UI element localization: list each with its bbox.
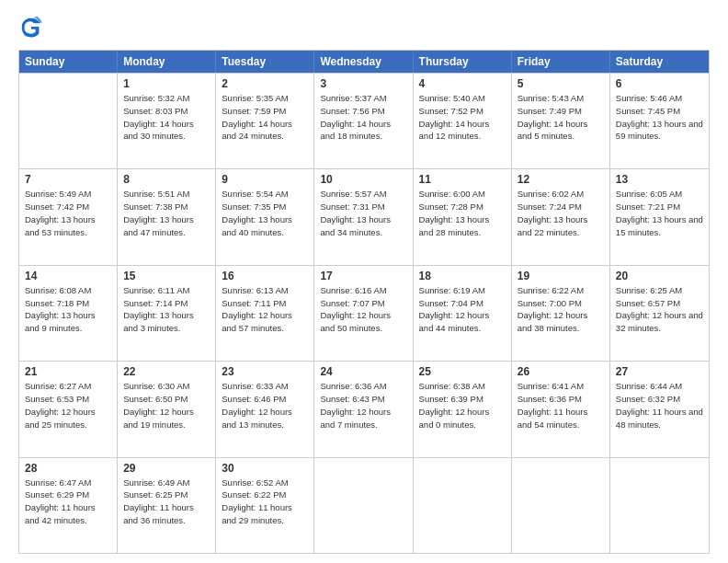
day-info: Sunrise: 6:49 AM Sunset: 6:25 PM Dayligh…: [123, 477, 210, 527]
calendar: SundayMondayTuesdayWednesdayThursdayFrid…: [18, 50, 710, 554]
day-number: 21: [25, 365, 111, 378]
calendar-row-3: 21Sunrise: 6:27 AM Sunset: 6:53 PM Dayli…: [19, 361, 709, 456]
day-number: 15: [123, 270, 210, 282]
calendar-cell-8: 8Sunrise: 5:51 AM Sunset: 7:38 PM Daylig…: [118, 169, 216, 264]
day-info: Sunrise: 5:57 AM Sunset: 7:31 PM Dayligh…: [320, 188, 406, 238]
logo-icon: [18, 15, 44, 40]
calendar-cell-26: 26Sunrise: 6:41 AM Sunset: 6:36 PM Dayli…: [512, 362, 610, 456]
calendar-cell-7: 7Sunrise: 5:49 AM Sunset: 7:42 PM Daylig…: [19, 169, 118, 264]
day-info: Sunrise: 5:32 AM Sunset: 8:03 PM Dayligh…: [123, 92, 210, 143]
day-number: 1: [123, 77, 210, 90]
day-number: 17: [320, 270, 406, 282]
calendar-cell-12: 12Sunrise: 6:02 AM Sunset: 7:24 PM Dayli…: [512, 169, 610, 264]
calendar-cell-14: 14Sunrise: 6:08 AM Sunset: 7:18 PM Dayli…: [19, 266, 118, 361]
header-cell-thursday: Thursday: [414, 51, 512, 73]
day-number: 14: [25, 270, 111, 282]
calendar-cell-15: 15Sunrise: 6:11 AM Sunset: 7:14 PM Dayli…: [118, 266, 216, 361]
day-number: 2: [222, 77, 308, 90]
day-number: 26: [518, 365, 604, 378]
calendar-row-4: 28Sunrise: 6:47 AM Sunset: 6:29 PM Dayli…: [19, 457, 709, 553]
calendar-cell-23: 23Sunrise: 6:33 AM Sunset: 6:46 PM Dayli…: [216, 362, 314, 456]
calendar-cell-6: 6Sunrise: 5:46 AM Sunset: 7:45 PM Daylig…: [610, 74, 709, 168]
day-number: 30: [222, 462, 308, 475]
calendar-cell-22: 22Sunrise: 6:30 AM Sunset: 6:50 PM Dayli…: [118, 362, 216, 456]
calendar-cell-9: 9Sunrise: 5:54 AM Sunset: 7:35 PM Daylig…: [216, 169, 314, 264]
calendar-cell-11: 11Sunrise: 6:00 AM Sunset: 7:28 PM Dayli…: [414, 169, 512, 264]
header-cell-saturday: Saturday: [610, 51, 709, 73]
calendar-row-2: 14Sunrise: 6:08 AM Sunset: 7:18 PM Dayli…: [19, 265, 709, 361]
day-info: Sunrise: 5:35 AM Sunset: 7:59 PM Dayligh…: [222, 92, 308, 143]
header: [18, 15, 710, 40]
day-info: Sunrise: 6:11 AM Sunset: 7:14 PM Dayligh…: [123, 284, 210, 335]
day-info: Sunrise: 6:52 AM Sunset: 6:22 PM Dayligh…: [222, 477, 308, 527]
logo: [18, 15, 48, 40]
day-number: 10: [320, 173, 406, 186]
calendar-cell-27: 27Sunrise: 6:44 AM Sunset: 6:32 PM Dayli…: [610, 362, 709, 456]
day-number: 12: [518, 173, 604, 186]
day-number: 4: [419, 77, 506, 90]
day-number: 5: [518, 77, 604, 90]
day-info: Sunrise: 5:43 AM Sunset: 7:49 PM Dayligh…: [518, 92, 604, 143]
day-number: 20: [616, 270, 703, 282]
day-info: Sunrise: 5:37 AM Sunset: 7:56 PM Dayligh…: [320, 92, 406, 143]
calendar-cell-13: 13Sunrise: 6:05 AM Sunset: 7:21 PM Dayli…: [610, 169, 709, 264]
day-info: Sunrise: 6:00 AM Sunset: 7:28 PM Dayligh…: [419, 188, 506, 238]
day-info: Sunrise: 6:02 AM Sunset: 7:24 PM Dayligh…: [518, 188, 604, 238]
day-info: Sunrise: 5:46 AM Sunset: 7:45 PM Dayligh…: [616, 92, 703, 143]
calendar-header-row: SundayMondayTuesdayWednesdayThursdayFrid…: [19, 51, 709, 73]
calendar-cell-30: 30Sunrise: 6:52 AM Sunset: 6:22 PM Dayli…: [216, 458, 314, 553]
day-number: 8: [123, 173, 210, 186]
calendar-body: 1Sunrise: 5:32 AM Sunset: 8:03 PM Daylig…: [19, 73, 709, 553]
day-info: Sunrise: 6:22 AM Sunset: 7:00 PM Dayligh…: [518, 284, 604, 335]
calendar-cell-empty-4-4: [414, 458, 512, 553]
day-number: 7: [25, 173, 111, 186]
day-number: 9: [222, 173, 308, 186]
day-info: Sunrise: 6:27 AM Sunset: 6:53 PM Dayligh…: [25, 380, 111, 431]
calendar-cell-empty-4-3: [314, 458, 413, 553]
calendar-cell-21: 21Sunrise: 6:27 AM Sunset: 6:53 PM Dayli…: [19, 362, 118, 456]
day-info: Sunrise: 6:36 AM Sunset: 6:43 PM Dayligh…: [320, 380, 406, 431]
day-info: Sunrise: 6:47 AM Sunset: 6:29 PM Dayligh…: [25, 477, 111, 527]
day-number: 27: [616, 365, 703, 378]
day-number: 25: [419, 365, 506, 378]
day-number: 18: [419, 270, 506, 282]
day-number: 11: [419, 173, 506, 186]
calendar-cell-empty-4-5: [512, 458, 610, 553]
day-info: Sunrise: 5:40 AM Sunset: 7:52 PM Dayligh…: [419, 92, 506, 143]
calendar-cell-10: 10Sunrise: 5:57 AM Sunset: 7:31 PM Dayli…: [314, 169, 413, 264]
day-number: 29: [123, 462, 210, 475]
day-info: Sunrise: 6:30 AM Sunset: 6:50 PM Dayligh…: [123, 380, 210, 431]
day-info: Sunrise: 5:51 AM Sunset: 7:38 PM Dayligh…: [123, 188, 210, 238]
day-number: 22: [123, 365, 210, 378]
calendar-cell-2: 2Sunrise: 5:35 AM Sunset: 7:59 PM Daylig…: [216, 74, 314, 168]
calendar-cell-18: 18Sunrise: 6:19 AM Sunset: 7:04 PM Dayli…: [414, 266, 512, 361]
page: SundayMondayTuesdayWednesdayThursdayFrid…: [0, 0, 728, 563]
day-info: Sunrise: 6:33 AM Sunset: 6:46 PM Dayligh…: [222, 380, 308, 431]
day-number: 24: [320, 365, 406, 378]
calendar-cell-3: 3Sunrise: 5:37 AM Sunset: 7:56 PM Daylig…: [314, 74, 413, 168]
calendar-row-1: 7Sunrise: 5:49 AM Sunset: 7:42 PM Daylig…: [19, 168, 709, 264]
calendar-cell-19: 19Sunrise: 6:22 AM Sunset: 7:00 PM Dayli…: [512, 266, 610, 361]
day-info: Sunrise: 6:38 AM Sunset: 6:39 PM Dayligh…: [419, 380, 506, 431]
calendar-cell-5: 5Sunrise: 5:43 AM Sunset: 7:49 PM Daylig…: [512, 74, 610, 168]
day-info: Sunrise: 5:49 AM Sunset: 7:42 PM Dayligh…: [25, 188, 111, 238]
day-number: 16: [222, 270, 308, 282]
calendar-cell-empty-4-6: [610, 458, 709, 553]
calendar-cell-28: 28Sunrise: 6:47 AM Sunset: 6:29 PM Dayli…: [19, 458, 118, 553]
header-cell-wednesday: Wednesday: [314, 51, 413, 73]
day-info: Sunrise: 5:54 AM Sunset: 7:35 PM Dayligh…: [222, 188, 308, 238]
header-cell-monday: Monday: [118, 51, 216, 73]
day-number: 13: [616, 173, 703, 186]
day-number: 19: [518, 270, 604, 282]
calendar-row-0: 1Sunrise: 5:32 AM Sunset: 8:03 PM Daylig…: [19, 73, 709, 168]
day-number: 28: [25, 462, 111, 475]
calendar-cell-24: 24Sunrise: 6:36 AM Sunset: 6:43 PM Dayli…: [314, 362, 413, 456]
header-cell-friday: Friday: [512, 51, 610, 73]
calendar-cell-4: 4Sunrise: 5:40 AM Sunset: 7:52 PM Daylig…: [414, 74, 512, 168]
day-info: Sunrise: 6:08 AM Sunset: 7:18 PM Dayligh…: [25, 284, 111, 335]
calendar-cell-20: 20Sunrise: 6:25 AM Sunset: 6:57 PM Dayli…: [610, 266, 709, 361]
header-cell-tuesday: Tuesday: [216, 51, 314, 73]
calendar-cell-empty-0-0: [19, 74, 118, 168]
calendar-cell-1: 1Sunrise: 5:32 AM Sunset: 8:03 PM Daylig…: [118, 74, 216, 168]
day-info: Sunrise: 6:05 AM Sunset: 7:21 PM Dayligh…: [616, 188, 703, 238]
